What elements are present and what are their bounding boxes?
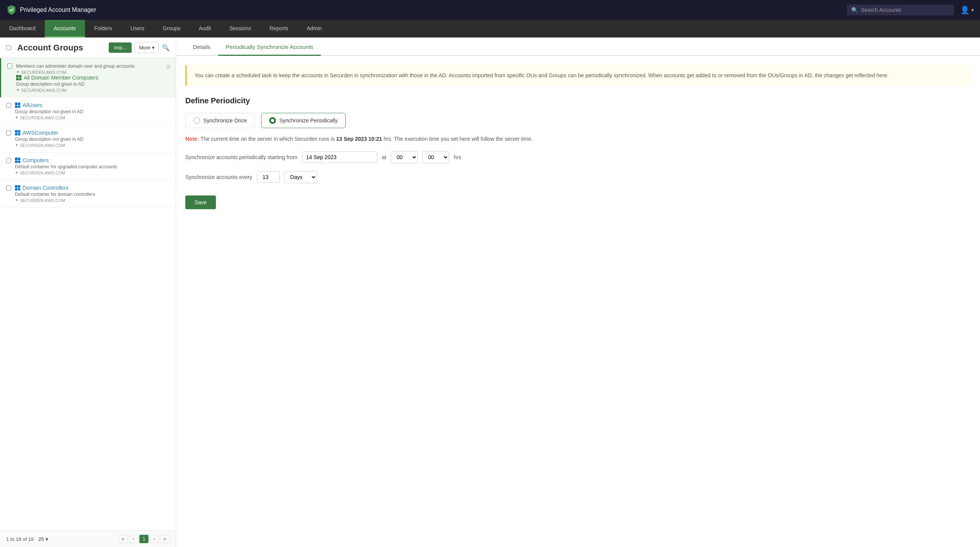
last-page-button[interactable]: » <box>160 535 170 543</box>
item-domain: ✦ SECURDEN.AWS.COM <box>15 170 170 175</box>
sidebar-footer: 1 to 18 of 18 25 ▾ « ‹ 1 › » <box>0 531 176 547</box>
windows-icon <box>15 103 20 108</box>
select-all-checkbox[interactable] <box>6 45 11 50</box>
nav-groups[interactable]: Groups <box>154 20 189 37</box>
item-content: AWSComputer Group description not given … <box>15 130 170 148</box>
nav-dashboard[interactable]: Dashboard <box>0 20 45 37</box>
item-content: Members can administer domain user and g… <box>16 63 170 93</box>
list-item[interactable]: Computers Default container for upgraded… <box>0 153 176 180</box>
main-layout: Account Groups Imp... More ▾ 🔍 Members c… <box>0 37 980 547</box>
sync-start-row: Synchronize accounts periodically starti… <box>185 151 971 163</box>
sync-periodic-radio[interactable] <box>269 117 276 124</box>
delete-icon[interactable]: 🗑 <box>166 63 171 70</box>
content-area: Details Periodically Synchronize Account… <box>176 37 980 547</box>
hour-select[interactable]: 000102 <box>391 151 418 163</box>
account-groups-list: Members can administer domain user and g… <box>0 58 176 531</box>
import-button[interactable]: Imp... <box>109 42 132 53</box>
windows-icon <box>16 75 21 80</box>
period-select[interactable]: Days Hours Weeks <box>284 171 317 183</box>
sidebar: Account Groups Imp... More ▾ 🔍 Members c… <box>0 37 176 547</box>
tab-details[interactable]: Details <box>185 37 218 56</box>
nav-admin[interactable]: Admin <box>297 20 331 37</box>
item-content: Computers Default container for upgraded… <box>15 157 170 175</box>
sync-once-radio[interactable] <box>193 117 200 124</box>
tab-periodic-sync[interactable]: Periodically Synchronize Accounts <box>218 37 321 56</box>
sync-icon: ✦ <box>15 115 18 120</box>
item-content: Domain Controllers Default container for… <box>15 185 170 203</box>
item-checkbox[interactable] <box>6 158 11 163</box>
sync-every-row: Synchronize accounts every Days Hours We… <box>185 171 971 183</box>
more-chevron-icon: ▾ <box>152 45 155 50</box>
content-body: You can create a scheduled task to keep … <box>176 56 980 218</box>
per-page-selector[interactable]: 25 ▾ <box>38 536 48 542</box>
sync-date-input[interactable] <box>302 151 377 163</box>
more-label: More <box>139 45 150 50</box>
windows-icon <box>15 158 20 163</box>
note-suffix: hrs. The execution time you set here wil… <box>384 136 533 142</box>
first-page-button[interactable]: « <box>118 535 128 543</box>
nav-users[interactable]: Users <box>121 20 154 37</box>
sync-icon: ✦ <box>15 143 18 148</box>
nav-audit[interactable]: Audit <box>189 20 220 37</box>
sync-once-label: Synchronize Once <box>203 117 247 124</box>
item-domain: ✦ SECURDEN.AWS.COM <box>15 143 170 148</box>
note-text: The current time on the server in which … <box>200 136 336 142</box>
item-desc: Default container for domain controllers <box>15 192 170 197</box>
page-info: 1 to 18 of 18 <box>6 536 34 542</box>
section-title: Define Periodicity <box>185 96 971 105</box>
app-title: Privileged Account Manager <box>20 7 96 13</box>
list-item[interactable]: AllUsers Group description not given in … <box>0 98 176 125</box>
search-bar[interactable]: 🔍 Search Accounts <box>847 5 954 15</box>
note-line: Note: The current time on the server in … <box>185 136 971 142</box>
prev-page-button[interactable]: ‹ <box>129 535 138 543</box>
list-item[interactable]: Domain Controllers Default container for… <box>0 180 176 208</box>
info-box: You can create a scheduled task to keep … <box>185 65 971 86</box>
more-button[interactable]: More ▾ <box>135 42 159 53</box>
sync-icon: ✦ <box>15 170 18 175</box>
sync-once-option[interactable]: Synchronize Once <box>185 113 255 128</box>
item-desc: Group description not given in AD <box>16 81 170 87</box>
item-checkbox[interactable] <box>6 130 11 135</box>
save-button[interactable]: Save <box>185 195 216 209</box>
nav-sessions[interactable]: Sessions <box>220 20 260 37</box>
next-page-button[interactable]: › <box>150 535 158 543</box>
pagination: « ‹ 1 › » <box>118 535 170 543</box>
radio-options: Synchronize Once Synchronize Periodicall… <box>185 113 971 128</box>
page-1-button[interactable]: 1 <box>139 535 149 543</box>
list-item[interactable]: Members can administer domain user and g… <box>0 58 176 98</box>
every-value-input[interactable] <box>257 171 280 183</box>
item-content: AllUsers Group description not given in … <box>15 102 170 120</box>
search-accounts-button[interactable]: 🔍 <box>162 44 170 51</box>
item-name: AllUsers <box>15 102 170 108</box>
logo-icon <box>6 5 17 15</box>
item-domain: ✦ SECURDEN.AWS.COM <box>16 88 170 93</box>
nav-reports[interactable]: Reports <box>260 20 297 37</box>
at-label: at <box>382 154 387 160</box>
windows-icon <box>15 185 20 190</box>
nav-accounts[interactable]: Accounts <box>45 20 85 37</box>
item-prev-domain: ✦ SECURDEN.AWS.COM <box>16 70 170 75</box>
sidebar-header: Account Groups Imp... More ▾ 🔍 <box>0 37 176 58</box>
item-desc: Group description not given in AD <box>15 109 170 114</box>
nav-bar: Dashboard Accounts Folders Users Groups … <box>0 20 980 37</box>
sync-periodic-label: Synchronize Periodically <box>279 117 338 124</box>
nav-folders[interactable]: Folders <box>85 20 121 37</box>
windows-icon <box>15 130 20 135</box>
search-icon: 🔍 <box>851 7 858 13</box>
note-datetime: 13 Sep 2023 10:21 <box>336 136 382 142</box>
hrs-label: hrs <box>454 154 461 160</box>
per-page-chevron-icon: ▾ <box>46 536 48 542</box>
minute-select[interactable]: 00153045 <box>422 151 449 163</box>
item-checkbox[interactable] <box>7 63 12 68</box>
user-icon: 👤 <box>960 5 970 15</box>
item-name: Computers <box>15 157 170 163</box>
list-item[interactable]: AWSComputer Group description not given … <box>0 125 176 153</box>
item-name: AWSComputer <box>15 130 170 136</box>
sync-periodic-option[interactable]: Synchronize Periodically <box>261 113 346 128</box>
note-label: Note: <box>185 136 199 142</box>
item-checkbox[interactable] <box>6 103 11 108</box>
sync-icon: ✦ <box>16 70 20 75</box>
user-menu[interactable]: 👤 ▾ <box>960 5 974 15</box>
top-bar: Privileged Account Manager 🔍 Search Acco… <box>0 0 980 20</box>
item-checkbox[interactable] <box>6 186 11 190</box>
